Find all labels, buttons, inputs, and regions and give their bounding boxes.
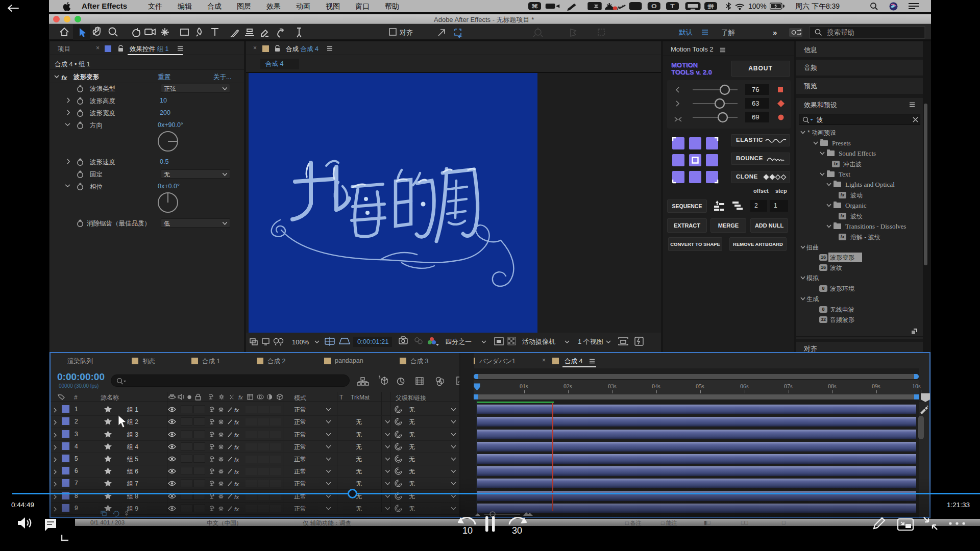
svg-text:fx: fx: [61, 74, 67, 82]
svg-text:搜索帮助: 搜索帮助: [826, 29, 854, 36]
svg-text:»: »: [773, 28, 777, 37]
svg-text:fx: fx: [234, 444, 239, 450]
svg-text:O: O: [651, 4, 657, 10]
svg-text:fx: fx: [234, 407, 239, 413]
svg-text:10: 10: [462, 525, 473, 536]
svg-text:69: 69: [752, 113, 759, 121]
svg-text:1 个视图: 1 个视图: [578, 338, 603, 345]
svg-text:对齐: 对齐: [399, 29, 413, 36]
svg-text:⌘: ⌘: [531, 4, 538, 10]
svg-text:了解: 了解: [721, 29, 735, 36]
svg-text:0:00:01:21: 0:00:01:21: [357, 338, 388, 345]
svg-text:活动摄像机: 活动摄像机: [522, 338, 555, 345]
svg-text:拼: 拼: [707, 4, 714, 10]
svg-text:fx: fx: [234, 432, 239, 438]
svg-text:fx: fx: [238, 394, 243, 400]
svg-text:63: 63: [752, 99, 759, 107]
svg-text:T: T: [670, 4, 675, 10]
svg-text:30: 30: [512, 525, 522, 536]
svg-text:100%: 100%: [292, 338, 309, 346]
svg-text:默认: 默认: [679, 29, 693, 36]
svg-text:#: #: [74, 394, 78, 401]
svg-text:fx: fx: [234, 457, 239, 463]
svg-text:四分之一: 四分之一: [445, 338, 472, 345]
svg-text:fx: fx: [234, 469, 239, 475]
svg-text:fx: fx: [234, 419, 239, 425]
svg-text:76: 76: [752, 86, 759, 93]
svg-text:源名称: 源名称: [101, 394, 119, 401]
